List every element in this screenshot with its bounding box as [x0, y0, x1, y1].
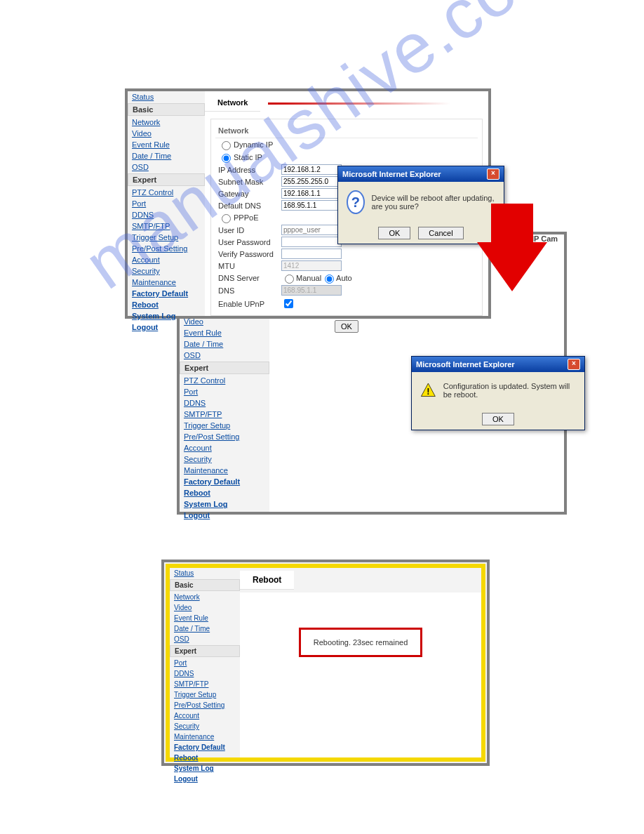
- dialog1-title: Microsoft Internet Explorer: [342, 170, 441, 178]
- dnssrv-label: DNS Server: [218, 274, 281, 282]
- sb-status[interactable]: Status: [128, 91, 205, 102]
- radio-pppoe[interactable]: [222, 214, 231, 223]
- sb-osd[interactable]: OSD: [128, 161, 205, 173]
- sb2-prepost[interactable]: Pre/Post Setting: [180, 431, 269, 442]
- ip-input[interactable]: [281, 164, 342, 175]
- sb3-maint[interactable]: Maintenance: [170, 732, 240, 742]
- sb3-date[interactable]: Date / Time: [170, 623, 240, 634]
- sb2-logout[interactable]: Logout: [180, 510, 269, 521]
- sb-maint[interactable]: Maintenance: [128, 277, 205, 288]
- sb-account[interactable]: Account: [128, 254, 205, 265]
- vpw-label: Verify Password: [218, 250, 281, 258]
- sb-trigger[interactable]: Trigger Setup: [128, 232, 205, 243]
- sb2-security[interactable]: Security: [180, 454, 269, 465]
- sb3-account[interactable]: Account: [170, 710, 240, 721]
- radio-static[interactable]: [222, 154, 231, 163]
- sb-video[interactable]: Video: [128, 128, 205, 139]
- sb3-logout[interactable]: Logout: [170, 774, 240, 784]
- sb-factory[interactable]: Factory Default: [128, 288, 205, 299]
- sb2-maint[interactable]: Maintenance: [180, 465, 269, 476]
- dns-label: Default DNS: [218, 201, 281, 210]
- sb-event-rule[interactable]: Event Rule: [128, 139, 205, 150]
- vpw-input[interactable]: [281, 249, 342, 259]
- sidebar-1: Status Basic Network Video Event Rule Da…: [128, 91, 205, 316]
- sb-prepost[interactable]: Pre/Post Setting: [128, 243, 205, 254]
- sb2-account[interactable]: Account: [180, 442, 269, 454]
- radio-dynamic[interactable]: [222, 141, 231, 150]
- manual-label: Manual: [296, 274, 321, 282]
- sb-security[interactable]: Security: [128, 265, 205, 277]
- sb2-port[interactable]: Port: [180, 386, 269, 397]
- ok-button[interactable]: OK: [335, 320, 358, 333]
- mtu-label: MTU: [218, 262, 281, 270]
- sb2-osd[interactable]: OSD: [180, 350, 269, 361]
- sb-syslog[interactable]: System Log: [128, 310, 205, 322]
- gw-label: Gateway: [218, 190, 281, 198]
- sb-port[interactable]: Port: [128, 198, 205, 209]
- warning-icon: !: [420, 380, 436, 400]
- sb3-network[interactable]: Network: [170, 592, 240, 602]
- reboot-message: Rebooting. 23sec remained: [299, 628, 423, 657]
- sb3-reboot[interactable]: Reboot: [170, 753, 240, 763]
- sb3-syslog[interactable]: System Log: [170, 763, 240, 774]
- upnp-label: Enable UPnP: [218, 300, 281, 308]
- sb2-smtp[interactable]: SMTP/FTP: [180, 409, 269, 420]
- sb2-factory[interactable]: Factory Default: [180, 476, 269, 487]
- radio-auto[interactable]: [325, 274, 334, 284]
- sb-ddns[interactable]: DDNS: [128, 209, 205, 220]
- dialog-confirm: Microsoft Internet Explorer × ? Device w…: [337, 166, 504, 244]
- dialog2-ok[interactable]: OK: [482, 413, 514, 425]
- panel-reboot-outer: Status Basic Network Video Event Rule Da…: [161, 560, 490, 766]
- sb-smtp[interactable]: SMTP/FTP: [128, 220, 205, 232]
- ip-label: IP Address: [218, 166, 281, 174]
- close-icon-2[interactable]: ×: [568, 359, 580, 370]
- dialog-info: Microsoft Internet Explorer × ! Configur…: [411, 356, 585, 430]
- dialog1-msg: Device will be reboot after updating, ar…: [372, 194, 495, 211]
- mask-input[interactable]: [281, 176, 342, 187]
- dns-input[interactable]: [281, 200, 342, 211]
- dns2-input: [281, 285, 342, 296]
- mask-label: Subnet Mask: [218, 178, 281, 186]
- dns2-label: DNS: [218, 286, 281, 295]
- sb2-reboot[interactable]: Reboot: [180, 487, 269, 498]
- sb3-video[interactable]: Video: [170, 602, 240, 613]
- sb-ptz[interactable]: PTZ Control: [128, 187, 205, 198]
- uid-input[interactable]: [281, 225, 342, 235]
- upw-input[interactable]: [281, 237, 342, 247]
- sb2-date[interactable]: Date / Time: [180, 338, 269, 350]
- sb2-trigger[interactable]: Trigger Setup: [180, 420, 269, 431]
- gw-input[interactable]: [281, 188, 342, 199]
- upnp-check[interactable]: [284, 299, 293, 308]
- radio-manual[interactable]: [285, 274, 294, 284]
- close-icon[interactable]: ×: [487, 168, 499, 180]
- sb3-port[interactable]: Port: [170, 658, 240, 668]
- sb-logout[interactable]: Logout: [128, 322, 205, 333]
- dialog1-cancel[interactable]: Cancel: [418, 227, 463, 239]
- sb2-ptz[interactable]: PTZ Control: [180, 375, 269, 386]
- sb3-trigger[interactable]: Trigger Setup: [170, 689, 240, 700]
- tab-network: Network: [205, 94, 260, 112]
- dialog2-title: Microsoft Internet Explorer: [416, 360, 515, 369]
- sb-date-time[interactable]: Date / Time: [128, 150, 205, 161]
- sb3-prepost[interactable]: Pre/Post Setting: [170, 700, 240, 710]
- pppoe-label: PPPoE: [234, 213, 258, 222]
- sb3-factory[interactable]: Factory Default: [170, 742, 240, 753]
- sb3-security[interactable]: Security: [170, 721, 240, 732]
- sb3-ddns[interactable]: DDNS: [170, 668, 240, 679]
- sb3-status[interactable]: Status: [170, 568, 240, 578]
- dialog2-msg: Configuration is updated. System will be…: [443, 382, 576, 399]
- auto-label: Auto: [336, 274, 352, 282]
- svg-text:!: !: [427, 386, 429, 397]
- dialog1-ok[interactable]: OK: [378, 227, 410, 239]
- mtu-input: [281, 260, 342, 271]
- red-bar: [268, 102, 450, 105]
- sb2-syslog[interactable]: System Log: [180, 498, 269, 510]
- question-icon: ?: [347, 190, 365, 214]
- sb3-osd[interactable]: OSD: [170, 634, 240, 644]
- sb2-ddns[interactable]: DDNS: [180, 397, 269, 409]
- sb-reboot[interactable]: Reboot: [128, 299, 205, 310]
- sb-network[interactable]: Network: [128, 117, 205, 128]
- upw-label: User Password: [218, 238, 281, 246]
- sb3-event[interactable]: Event Rule: [170, 613, 240, 623]
- sb3-smtp[interactable]: SMTP/FTP: [170, 679, 240, 689]
